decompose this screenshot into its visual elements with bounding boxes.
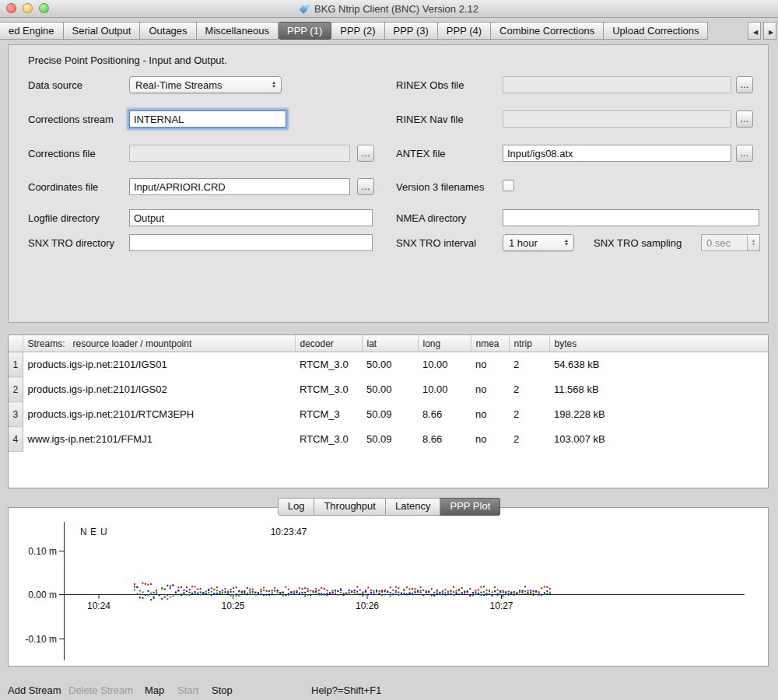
tab-bar: ed EngineSerial OutputOutagesMiscellaneo… xyxy=(0,22,778,40)
corrections-file-input xyxy=(129,145,350,162)
cell: 2 xyxy=(509,352,549,377)
cell: 54.638 kB xyxy=(549,352,768,377)
column-header[interactable]: lat xyxy=(362,335,418,352)
stop-button[interactable]: Stop xyxy=(212,684,233,696)
tab-serial-output[interactable]: Serial Output xyxy=(64,22,141,40)
cell: products.igs-ip.net:2101/IGS02 xyxy=(23,377,295,402)
table-row[interactable]: 4www.igs-ip.net:2101/FFMJ1RTCM_3.050.098… xyxy=(9,427,768,452)
view-tab-bar: LogThroughputLatencyPPP Plot xyxy=(0,498,778,516)
ppp-plot-panel: 0.10 m 0.00 m -0.10 m 10:24 10:25 10:26 … xyxy=(8,507,769,667)
ppp-plot-canvas: 0.10 m 0.00 m -0.10 m 10:24 10:25 10:26 … xyxy=(9,508,768,666)
data-source-select[interactable]: Real-Time Streams ▲▼ xyxy=(129,76,282,93)
cell: 8.66 xyxy=(418,427,471,452)
window-title: BKG Ntrip Client (BNC) Version 2.12 xyxy=(314,3,478,15)
help-shortcut-label: Help?=Shift+F1 xyxy=(311,684,381,696)
cell: 103.007 kB xyxy=(549,427,768,452)
cell: no xyxy=(471,427,509,452)
tab-ed-engine[interactable]: ed Engine xyxy=(0,22,64,40)
cell: 50.09 xyxy=(362,402,418,427)
tab-ppp-4[interactable]: PPP (4) xyxy=(438,22,491,40)
cell: 10.00 xyxy=(418,352,471,377)
title-bar: BKG Ntrip Client (BNC) Version 2.12 xyxy=(0,0,778,18)
nmea-directory-input[interactable] xyxy=(503,209,759,226)
spinner-arrows-icon: ▲▼ xyxy=(747,235,759,250)
x-tick-label: 10:27 xyxy=(489,600,513,611)
coordinates-file-label: Coordinates file xyxy=(28,181,98,193)
snx-tro-directory-label: SNX TRO directory xyxy=(28,237,114,249)
snx-tro-interval-select[interactable]: 1 hour ▲▼ xyxy=(503,234,574,251)
app-icon xyxy=(300,3,310,15)
version3-filenames-label: Version 3 filenames xyxy=(396,181,484,193)
corrections-stream-label: Corrections stream xyxy=(28,114,114,125)
y-tick-label: -0.10 m xyxy=(25,634,57,645)
nmea-directory-label: NMEA directory xyxy=(396,212,466,224)
column-header[interactable]: decoder xyxy=(295,335,362,352)
cell: products.igs-ip.net:2101/IGS01 xyxy=(23,352,295,377)
table-row[interactable]: 3products.igs-ip.net:2101/RTCM3EPHRTCM_3… xyxy=(9,402,768,427)
logfile-directory-label: Logfile directory xyxy=(28,212,100,224)
antex-browse-button[interactable]: ... xyxy=(736,145,753,162)
cell: 10.00 xyxy=(418,377,471,402)
row-number: 4 xyxy=(9,427,23,452)
map-button[interactable]: Map xyxy=(145,684,164,696)
snx-tro-directory-input[interactable] xyxy=(129,234,373,251)
column-header[interactable]: ntrip xyxy=(509,335,549,352)
tab-ppp-1[interactable]: PPP (1) xyxy=(279,22,331,40)
tab-outages[interactable]: Outages xyxy=(140,22,196,40)
rinex-obs-file-input xyxy=(503,76,731,93)
ppp-config-panel: Precise Point Positioning - Input and Ou… xyxy=(8,44,769,323)
cell: RTCM_3.0 xyxy=(295,352,362,377)
logfile-directory-input[interactable] xyxy=(129,209,373,226)
antex-file-input[interactable] xyxy=(503,145,731,162)
coordinates-file-input[interactable] xyxy=(129,178,350,195)
tab-ppp-3[interactable]: PPP (3) xyxy=(385,22,438,40)
streams-table-body: 1products.igs-ip.net:2101/IGS01RTCM_3.05… xyxy=(9,352,768,452)
column-header[interactable]: nmea xyxy=(471,335,509,352)
tab-scroll-left-icon[interactable]: ◀ xyxy=(748,22,761,40)
corrections-stream-input[interactable] xyxy=(129,110,286,128)
data-source-label: Data source xyxy=(28,79,82,91)
rinex-nav-file-label: RINEX Nav file xyxy=(396,114,464,125)
tab-ppp-2[interactable]: PPP (2) xyxy=(331,22,384,40)
snx-tro-interval-value: 1 hour xyxy=(509,237,538,249)
corrections-file-browse-button[interactable]: ... xyxy=(357,145,374,162)
row-number: 2 xyxy=(9,377,23,402)
zoom-window-button[interactable] xyxy=(39,3,49,13)
rinex-obs-browse-button[interactable]: ... xyxy=(736,76,753,93)
coordinates-file-browse-button[interactable]: ... xyxy=(357,178,374,195)
minimize-window-button[interactable] xyxy=(23,3,33,13)
cell: 11.568 kB xyxy=(549,377,768,402)
snx-tro-sampling-value: 0 sec xyxy=(702,237,747,249)
close-window-button[interactable] xyxy=(6,3,16,13)
version3-filenames-checkbox[interactable] xyxy=(503,180,514,191)
cell: RTCM_3.0 xyxy=(295,377,362,402)
add-stream-button[interactable]: Add Stream xyxy=(8,684,61,696)
column-header[interactable]: bytes xyxy=(549,335,768,352)
x-tick-label: 10:25 xyxy=(221,600,244,611)
tab-combine-corrections[interactable]: Combine Corrections xyxy=(491,22,604,40)
column-header[interactable]: Streams: resource loader / mountpoint xyxy=(23,335,295,352)
plot-axes xyxy=(59,522,745,660)
column-header[interactable]: long xyxy=(418,335,471,352)
tab-miscellaneous[interactable]: Miscellaneous xyxy=(197,22,279,40)
x-tick-label: 10:24 xyxy=(87,600,110,611)
cell: 198.228 kB xyxy=(549,402,768,427)
bottom-bar: Help?=Shift+F1 Add StreamDelete StreamMa… xyxy=(0,683,778,700)
view-tab-log[interactable]: Log xyxy=(278,498,315,516)
table-row[interactable]: 2products.igs-ip.net:2101/IGS02RTCM_3.05… xyxy=(9,377,768,402)
antex-file-label: ANTEX file xyxy=(396,148,446,159)
tab-scroll-buttons: ◀ ▶ xyxy=(748,22,778,40)
plot-time-label: 10:23:47 xyxy=(271,527,307,537)
view-tab-ppp-plot[interactable]: PPP Plot xyxy=(440,498,500,516)
rinex-obs-file-label: RINEX Obs file xyxy=(396,79,464,91)
cell: 8.66 xyxy=(418,402,471,427)
view-tab-latency[interactable]: Latency xyxy=(386,498,441,516)
row-number: 1 xyxy=(9,352,23,377)
rinex-nav-browse-button[interactable]: ... xyxy=(736,110,753,128)
table-row[interactable]: 1products.igs-ip.net:2101/IGS01RTCM_3.05… xyxy=(9,352,768,377)
legend-up-label: U xyxy=(100,527,107,537)
tab-upload-corrections[interactable]: Upload Corrections xyxy=(604,22,708,40)
view-tab-throughput[interactable]: Throughput xyxy=(314,498,386,516)
cell: 2 xyxy=(509,427,549,452)
tab-scroll-right-icon[interactable]: ▶ xyxy=(763,22,776,40)
